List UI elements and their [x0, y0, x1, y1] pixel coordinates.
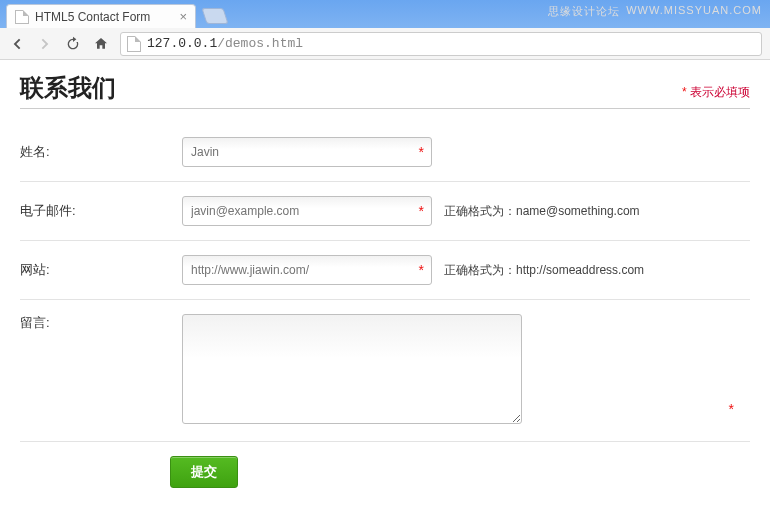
browser-toolbar: 127.0.0.1/demos.html	[0, 28, 770, 60]
browser-tab-strip: HTML5 Contact Form × 思缘设计论坛WWW.MISSYUAN.…	[0, 0, 770, 28]
message-label: 留言:	[20, 314, 170, 332]
page-content: 联系我们 * 表示必填项 姓名: * 电子邮件: * 正确格式为：name@so…	[0, 60, 770, 520]
reload-button[interactable]	[64, 35, 82, 53]
email-label: 电子邮件:	[20, 202, 170, 220]
required-star-icon: *	[729, 401, 734, 417]
url-path: /demos.html	[217, 36, 303, 51]
website-input[interactable]	[182, 255, 432, 285]
back-button[interactable]	[8, 35, 26, 53]
new-tab-button[interactable]	[201, 8, 228, 24]
tab-title: HTML5 Contact Form	[35, 10, 150, 24]
email-hint: 正确格式为：name@something.com	[444, 203, 750, 220]
home-button[interactable]	[92, 35, 110, 53]
close-icon[interactable]: ×	[179, 10, 187, 23]
email-input[interactable]	[182, 196, 432, 226]
required-note: * 表示必填项	[682, 84, 750, 101]
name-label: 姓名:	[20, 143, 170, 161]
message-textarea[interactable]	[182, 314, 522, 424]
name-input[interactable]	[182, 137, 432, 167]
website-hint: 正确格式为：http://someaddress.com	[444, 262, 750, 279]
form-row-email: 电子邮件: * 正确格式为：name@something.com	[20, 182, 750, 241]
watermark: 思缘设计论坛WWW.MISSYUAN.COM	[548, 4, 762, 19]
browser-tab[interactable]: HTML5 Contact Form ×	[6, 4, 196, 28]
address-bar[interactable]: 127.0.0.1/demos.html	[120, 32, 762, 56]
form-row-submit: 提交	[20, 442, 750, 488]
website-label: 网站:	[20, 261, 170, 279]
submit-button[interactable]: 提交	[170, 456, 238, 488]
page-title: 联系我们	[20, 72, 116, 104]
page-icon	[15, 10, 29, 24]
form-row-name: 姓名: *	[20, 123, 750, 182]
form-row-website: 网站: * 正确格式为：http://someaddress.com	[20, 241, 750, 300]
file-icon	[127, 36, 141, 52]
forward-button[interactable]	[36, 35, 54, 53]
url-host: 127.0.0.1	[147, 36, 217, 51]
form-row-message: 留言: *	[20, 300, 750, 442]
required-star-icon: *	[682, 85, 687, 99]
